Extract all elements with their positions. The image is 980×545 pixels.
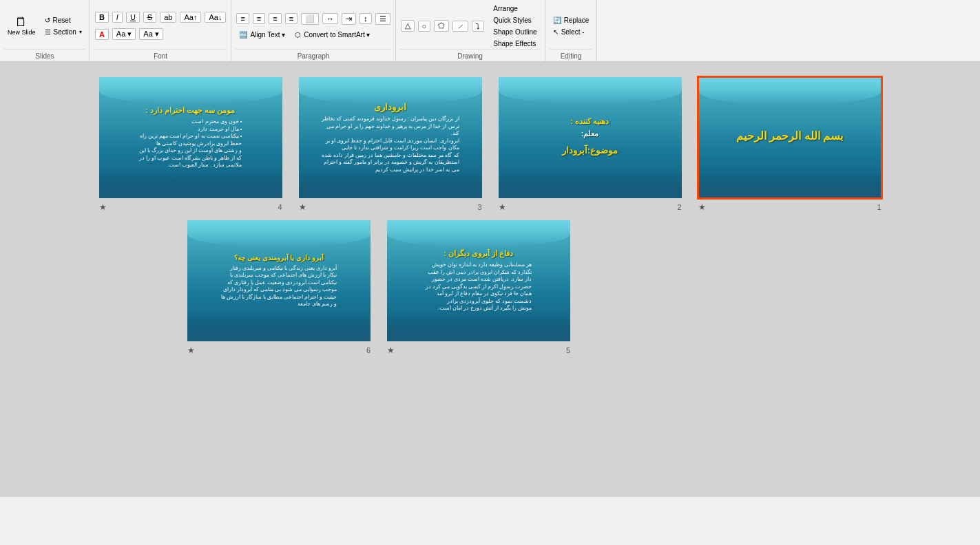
section-button[interactable]: ☰ Section ▾ — [41, 27, 85, 37]
align-text-icon: 🔤 — [239, 31, 247, 39]
slide-star-4: ★ — [99, 202, 107, 212]
slide-num-4: 4 — [278, 203, 282, 211]
slide-thumb-2[interactable]: دهنیه کننده : معلم: موضوع:آبرودار — [497, 76, 683, 200]
slide-content-1: بسم الله الرحمر الرحیم — [699, 78, 881, 197]
font-section: B I U S ab Aa↑ Aa↓ A Aa ▾ Aa ▾ Font — [90, 0, 232, 61]
slide-title-3: ابروداری — [374, 102, 406, 112]
slide-wrapper-3: ابروداری از بزرگان دین پیامبران : رسول خ… — [298, 76, 483, 212]
select-icon: ↖ — [553, 28, 559, 36]
shape-effects-button[interactable]: Shape Effects — [490, 39, 540, 49]
font-size-inc-button[interactable]: Aa↑ — [180, 12, 201, 23]
shape5-button[interactable]: ⤵ — [472, 21, 484, 32]
font-controls-col: B I U S ab Aa↑ Aa↓ A Aa ▾ Aa ▾ — [94, 11, 227, 41]
slides-section: 🗒 New Slide ↺ Reset ☰ Section ▾ Slides — [0, 0, 90, 61]
reset-button[interactable]: ↺ Reset — [41, 15, 85, 25]
slide-panel: مومن سه جهت احترام دارد : • خون وی محترم… — [0, 62, 980, 497]
select-button[interactable]: ↖ Select - — [550, 27, 593, 37]
new-slide-icon: 🗒 — [15, 16, 28, 30]
columns-button[interactable]: ⬜ — [301, 13, 319, 25]
replace-button[interactable]: 🔄 Replace — [550, 15, 593, 25]
slide-bg-5: دفاع از آبروی دیگران : هر مسلمانی وظیفه … — [387, 220, 570, 341]
editing-buttons: 🔄 Replace ↖ Select - — [550, 3, 593, 49]
shape4-button[interactable]: ⟋ — [452, 21, 468, 32]
font-color-button[interactable]: A — [95, 29, 109, 40]
slide-thumb-3[interactable]: ابروداری از بزرگان دین پیامبران : رسول خ… — [298, 76, 483, 200]
slide-number-row-3: ★ 3 — [298, 202, 483, 212]
slide-number-row-5: ★ 5 — [386, 345, 572, 355]
slide-bg-3: ابروداری از بزرگان دین پیامبران : رسول خ… — [299, 77, 482, 198]
slide-bg-4: مومن سه جهت احترام دارد : • خون وی محترم… — [99, 77, 282, 198]
bullets-button[interactable]: ☰ — [375, 13, 390, 25]
slide-content-3: ابروداری از بزرگان دین پیامبران : رسول خ… — [299, 77, 482, 198]
paragraph-section: ≡ ≡ ≡ ≡ ⬜ ↔ ⇥ ↕ ☰ 🔤 Align Text ▾ — [231, 0, 395, 61]
slide-star-6: ★ — [187, 345, 195, 355]
drawing-section-label: Drawing — [400, 49, 541, 60]
slide-title-1: بسم الله الرحمر الرحیم — [736, 129, 843, 142]
text-dir-button[interactable]: ↔ — [322, 13, 338, 24]
shape3-button[interactable]: ⬠ — [434, 20, 449, 32]
align-left-button[interactable]: ≡ — [236, 13, 249, 24]
italic-button[interactable]: I — [112, 12, 123, 23]
slide-content-6: آبرو داری یا آبرومندی یعنی چه؟ آبرو داری… — [187, 220, 371, 341]
slide-wrapper-5: دفاع از آبروی دیگران : هر مسلمانی وظیفه … — [386, 219, 572, 355]
font-section-label: Font — [94, 49, 227, 60]
shape2-button[interactable]: ○ — [418, 21, 431, 32]
underline-button[interactable]: U — [126, 12, 140, 23]
slide-star-5: ★ — [387, 345, 395, 355]
slide-body-4: • خون وی محترم است • مال او حرمت دارد • … — [139, 118, 242, 169]
font-name-button[interactable]: Aa ▾ — [112, 28, 136, 40]
slide-title-5: دفاع از آبروی دیگران : — [444, 249, 514, 258]
slides-row-2: آبرو داری یا آبرومندی یعنی چه؟ آبرو داری… — [14, 219, 966, 355]
slide-options-col: ↺ Reset ☰ Section ▾ — [41, 15, 85, 37]
font-size-dec-button[interactable]: Aa↓ — [205, 12, 226, 23]
new-slide-button[interactable]: 🗒 New Slide — [4, 14, 39, 39]
convert-smartart-button[interactable]: ⬡ Convert to SmartArt ▾ — [291, 30, 373, 40]
drawing-buttons: △ ○ ⬠ ⟋ ⤵ Arrange Quick Styles Shape Out… — [400, 3, 541, 49]
slide-star-3: ★ — [299, 202, 306, 212]
font-size-button[interactable]: Aa ▾ — [139, 28, 163, 40]
slide-wrapper-6: آبرو داری یا آبرومندی یعنی چه؟ آبرو داری… — [186, 219, 372, 355]
align-text-button[interactable]: 🔤 Align Text ▾ — [236, 30, 289, 40]
align-center-button[interactable]: ≡ — [253, 13, 265, 24]
slide-star-1: ★ — [698, 202, 706, 212]
slide-content-5: دفاع از آبروی دیگران : هر مسلمانی وظیفه … — [387, 220, 570, 341]
line-spacing-button[interactable]: ↕ — [359, 13, 372, 24]
section-icon: ☰ — [45, 28, 51, 36]
slide-num-5: 5 — [566, 346, 570, 354]
slide-num-3: 3 — [477, 203, 481, 211]
indent-button[interactable]: ⇥ — [342, 13, 356, 25]
slide-content-4: مومن سه جهت احترام دارد : • خون وی محترم… — [99, 77, 282, 198]
slide-subject-2: موضوع:آبرودار — [562, 145, 618, 156]
slide-thumb-4[interactable]: مومن سه جهت احترام دارد : • خون وی محترم… — [98, 76, 284, 200]
char-spacing-button[interactable]: ab — [160, 12, 176, 23]
align-right-button[interactable]: ≡ — [269, 13, 281, 24]
slide-thumb-5[interactable]: دفاع از آبروی دیگران : هر مسلمانی وظیفه … — [386, 219, 572, 343]
para-buttons: ≡ ≡ ≡ ≡ ⬜ ↔ ⇥ ↕ ☰ 🔤 Align Text ▾ — [236, 3, 390, 49]
strikethrough-button[interactable]: S — [143, 12, 156, 23]
justify-button[interactable]: ≡ — [285, 13, 298, 24]
slide-wrapper-2: دهنیه کننده : معلم: موضوع:آبرودار ★ 2 — [497, 76, 683, 212]
shape-outline-button[interactable]: Shape Outline — [490, 27, 540, 37]
slide-number-row-6: ★ 6 — [186, 345, 372, 355]
para-controls-col: ≡ ≡ ≡ ≡ ⬜ ↔ ⇥ ↕ ☰ 🔤 Align Text ▾ — [236, 12, 390, 40]
smartart-icon: ⬡ — [295, 31, 301, 39]
shape1-button[interactable]: △ — [401, 20, 415, 32]
slide-thumb-6[interactable]: آبرو داری یا آبرومندی یعنی چه؟ آبرو داری… — [186, 219, 372, 343]
slide-bg-1: بسم الله الرحمر الرحیم — [699, 78, 881, 197]
bold-button[interactable]: B — [95, 12, 109, 23]
editing-section-label: Editing — [550, 49, 593, 60]
quick-styles-button[interactable]: Quick Styles — [490, 15, 540, 25]
slide-body-3: از بزرگان دین پیامبران : رسول خداوند فرم… — [322, 116, 459, 173]
slide-bg-2: دهنیه کننده : معلم: موضوع:آبرودار — [499, 77, 682, 198]
app-body: مومن سه جهت احترام دارد : • خون وی محترم… — [0, 62, 980, 497]
slides-row-1: مومن سه جهت احترام دارد : • خون وی محترم… — [14, 76, 966, 212]
drawing-options-col: Arrange Quick Styles Shape Outline Shape… — [490, 3, 540, 49]
slide-number-row-2: ★ 2 — [497, 202, 683, 212]
drawing-section: △ ○ ⬠ ⟋ ⤵ Arrange Quick Styles Shape Out… — [396, 0, 545, 61]
arrange-button[interactable]: Arrange — [490, 3, 540, 14]
slides-section-label: Slides — [4, 49, 85, 60]
slide-bg-6: آبرو داری یا آبرومندی یعنی چه؟ آبرو داری… — [187, 220, 371, 341]
slide-star-2: ★ — [499, 202, 506, 212]
slide-subtitle-2: معلم: — [581, 129, 599, 138]
slide-thumb-1[interactable]: بسم الله الرحمر الرحیم — [697, 76, 883, 200]
